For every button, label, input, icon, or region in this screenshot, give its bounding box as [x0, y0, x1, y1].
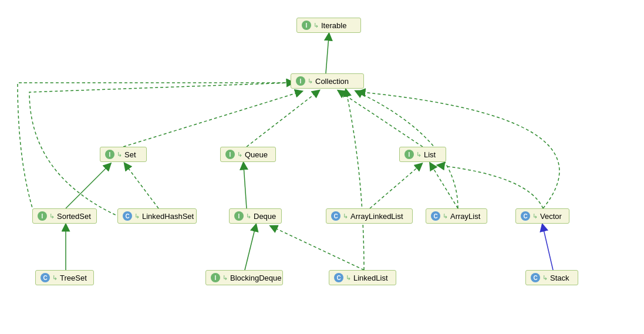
node-queue[interactable]: I ↳ Queue	[220, 147, 276, 162]
node-collection[interactable]: I ↳ Collection	[291, 73, 364, 89]
svg-line-5	[247, 92, 317, 147]
node-blockingdeque[interactable]: I ↳ BlockingDeque	[205, 270, 283, 285]
label-iterable: Iterable	[321, 21, 346, 30]
label-sortedset: SortedSet	[57, 212, 91, 221]
label-set: Set	[124, 150, 136, 159]
badge-collection: I	[296, 76, 305, 86]
label-deque: Deque	[254, 212, 276, 221]
diagram: I ↳ Iterable I ↳ Collection I ↳ Set I ↳ …	[0, 0, 644, 334]
node-iterable[interactable]: I ↳ Iterable	[296, 18, 361, 33]
svg-line-6	[340, 92, 423, 147]
label-arraylist: ArrayList	[450, 212, 480, 221]
svg-line-15	[543, 227, 553, 270]
badge-linkedlist: C	[334, 273, 343, 282]
label-vector: Vector	[540, 212, 562, 221]
label-arraylinkedlist: ArrayLinkedList	[350, 212, 403, 221]
node-deque[interactable]: I ↳ Deque	[229, 208, 282, 224]
node-sortedset[interactable]: I ↳ SortedSet	[32, 208, 97, 224]
badge-queue: I	[225, 150, 235, 159]
svg-line-14	[273, 227, 364, 270]
badge-set: I	[105, 150, 114, 159]
node-stack[interactable]: C ↳ Stack	[525, 270, 578, 285]
label-linkedhashset: LinkedHashSet	[142, 212, 194, 221]
badge-linkedhashset: C	[123, 211, 132, 221]
label-treeset: TreeSet	[60, 274, 87, 282]
label-collection: Collection	[315, 77, 349, 86]
svg-line-7	[66, 166, 109, 208]
svg-line-9	[244, 166, 247, 208]
badge-vector: C	[521, 211, 530, 221]
node-linkedhashset[interactable]: C ↳ LinkedHashSet	[117, 208, 197, 224]
svg-line-10	[370, 166, 420, 208]
label-linkedlist: LinkedList	[353, 274, 388, 282]
label-list: List	[424, 150, 436, 159]
node-set[interactable]: I ↳ Set	[100, 147, 147, 162]
badge-iterable: I	[302, 21, 311, 30]
node-arraylinkedlist[interactable]: C ↳ ArrayLinkedList	[326, 208, 413, 224]
node-linkedlist[interactable]: C ↳ LinkedList	[329, 270, 396, 285]
label-stack: Stack	[550, 274, 569, 282]
badge-sortedset: I	[38, 211, 47, 221]
label-blockingdeque: BlockingDeque	[230, 274, 281, 282]
svg-line-3	[326, 36, 329, 73]
badge-stack: C	[531, 273, 540, 282]
badge-list: I	[404, 150, 414, 159]
svg-line-4	[123, 92, 299, 147]
svg-line-13	[245, 227, 255, 270]
badge-arraylinkedlist: C	[331, 211, 340, 221]
badge-blockingdeque: I	[211, 273, 220, 282]
label-queue: Queue	[245, 150, 268, 159]
node-vector[interactable]: C ↳ Vector	[515, 208, 569, 224]
svg-line-8	[126, 166, 159, 208]
badge-arraylist: C	[431, 211, 440, 221]
node-arraylist[interactable]: C ↳ ArrayList	[426, 208, 487, 224]
badge-deque: I	[234, 211, 244, 221]
node-treeset[interactable]: C ↳ TreeSet	[35, 270, 94, 285]
badge-treeset: C	[41, 273, 50, 282]
node-list[interactable]: I ↳ List	[399, 147, 446, 162]
svg-line-11	[431, 166, 458, 208]
